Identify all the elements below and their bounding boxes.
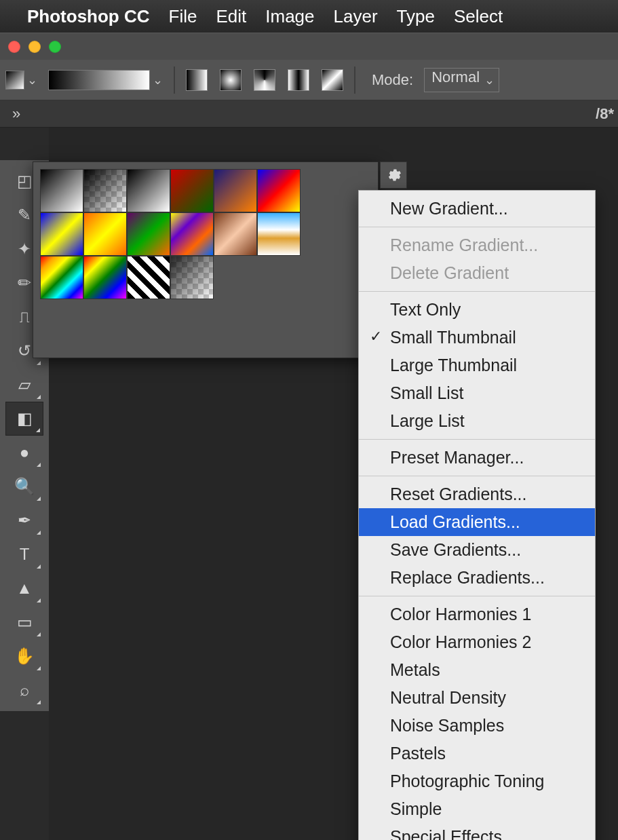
pen-tool-icon: ✒ bbox=[18, 511, 31, 530]
menu-item-color-harmonies-2[interactable]: Color Harmonies 2 bbox=[359, 628, 595, 656]
menu-image[interactable]: Image bbox=[265, 6, 314, 27]
blend-mode-select[interactable]: Normal ⌄ bbox=[424, 68, 499, 92]
gradient-preset-transparent-rainbow[interactable] bbox=[83, 256, 127, 299]
menu-item-simple[interactable]: Simple bbox=[359, 795, 595, 823]
flyout-corner-icon bbox=[37, 395, 41, 399]
menu-item-metals[interactable]: Metals bbox=[359, 656, 595, 684]
menu-item-label: Large List bbox=[390, 411, 465, 430]
gradient-preset-violet-orange[interactable] bbox=[214, 169, 257, 212]
menu-item-small-thumbnail[interactable]: ✓Small Thumbnail bbox=[359, 324, 595, 351]
menu-item-noise-samples[interactable]: Noise Samples bbox=[359, 712, 595, 740]
gear-icon bbox=[385, 167, 402, 183]
menu-item-label: Simple bbox=[390, 799, 442, 818]
fullscreen-window-button[interactable] bbox=[49, 41, 61, 53]
path-select-tool[interactable]: ▲ bbox=[5, 571, 43, 605]
flyout-corner-icon bbox=[37, 632, 41, 636]
hand-tool-icon: ✋ bbox=[14, 647, 35, 666]
menu-item-pastels[interactable]: Pastels bbox=[359, 740, 595, 767]
menu-item-load-gradients[interactable]: Load Gradients... bbox=[359, 508, 595, 536]
gradient-preset-foreground-to-transparent[interactable] bbox=[83, 169, 127, 212]
app-name[interactable]: Photoshop CC bbox=[27, 6, 150, 27]
gradient-preset-black-white[interactable] bbox=[127, 169, 170, 212]
eraser-tool[interactable]: ▱ bbox=[5, 368, 43, 402]
menu-separator bbox=[359, 439, 595, 440]
gradient-preset-copper[interactable] bbox=[214, 212, 257, 256]
menu-separator bbox=[359, 596, 595, 596]
close-window-button[interactable] bbox=[8, 41, 20, 53]
tool-preset-chevron-icon[interactable]: ⌄ bbox=[27, 73, 37, 88]
document-tab-title[interactable]: /8* bbox=[596, 105, 618, 123]
gradient-type-angle[interactable] bbox=[254, 69, 275, 91]
gradient-preset-blue-yellow-blue[interactable] bbox=[40, 212, 83, 256]
menu-item-neutral-density[interactable]: Neutral Density bbox=[359, 684, 595, 712]
menu-item-label: New Gradient... bbox=[390, 199, 508, 218]
rectangle-tool[interactable]: ▭ bbox=[5, 605, 43, 639]
crop-tool-icon: ◰ bbox=[17, 172, 33, 191]
gradient-preset-neutral-density[interactable] bbox=[170, 256, 214, 299]
menu-layer[interactable]: Layer bbox=[334, 6, 378, 27]
gradient-type-radial[interactable] bbox=[220, 69, 242, 91]
menu-item-special-effects[interactable]: Special Effects bbox=[359, 823, 595, 840]
gradient-preset-foreground-to-background[interactable] bbox=[40, 169, 83, 212]
menu-item-label: Delete Gradient bbox=[390, 263, 509, 282]
menu-item-text-only[interactable]: Text Only bbox=[359, 296, 595, 324]
gradient-tool-icon: ◧ bbox=[17, 409, 33, 428]
zoom-tool-icon: ⌕ bbox=[20, 681, 29, 700]
gradient-preset-chrome[interactable] bbox=[257, 212, 301, 256]
menu-item-label: Metals bbox=[390, 660, 440, 679]
gradient-preset-red-green[interactable] bbox=[170, 169, 214, 212]
gradient-preset-blue-red-yellow[interactable] bbox=[257, 169, 301, 212]
menu-item-label: Neutral Density bbox=[390, 688, 506, 707]
menu-item-new-gradient[interactable]: New Gradient... bbox=[359, 195, 595, 223]
gradient-preset-violet-green-orange[interactable] bbox=[127, 212, 170, 256]
type-tool-icon: T bbox=[20, 545, 30, 564]
check-icon: ✓ bbox=[370, 328, 382, 345]
rectangle-tool-icon: ▭ bbox=[17, 613, 33, 632]
menu-edit[interactable]: Edit bbox=[216, 6, 246, 27]
gradient-type-linear[interactable] bbox=[186, 69, 208, 91]
gradient-preset-transparent-stripes[interactable] bbox=[127, 256, 170, 299]
gradient-tool[interactable]: ◧ bbox=[5, 402, 43, 436]
pen-tool[interactable]: ✒ bbox=[5, 503, 43, 537]
app-window: ⌄ ⌄ Mode: Normal ⌄ » /8* ◰✎✦✏⎍↺▱◧●🔍✒T▲▭✋… bbox=[0, 33, 618, 840]
expand-panels-button[interactable]: » bbox=[12, 105, 20, 123]
type-tool[interactable]: T bbox=[5, 537, 43, 571]
flyout-corner-icon bbox=[37, 598, 41, 603]
eraser-tool-icon: ▱ bbox=[18, 375, 31, 394]
menu-item-photographic-toning[interactable]: Photographic Toning bbox=[359, 767, 595, 795]
gradient-preset-orange-yellow-orange[interactable] bbox=[83, 212, 127, 256]
dodge-tool[interactable]: 🔍 bbox=[5, 470, 43, 503]
gradient-type-diamond[interactable] bbox=[322, 69, 343, 91]
menu-item-label: Special Effects bbox=[390, 827, 502, 840]
gradient-preset-spectrum[interactable] bbox=[40, 256, 83, 299]
menu-item-preset-manager[interactable]: Preset Manager... bbox=[359, 444, 595, 472]
gradient-type-reflected[interactable] bbox=[288, 69, 309, 91]
blur-tool[interactable]: ● bbox=[5, 436, 43, 470]
zoom-tool[interactable]: ⌕ bbox=[5, 673, 43, 707]
menu-item-color-harmonies-1[interactable]: Color Harmonies 1 bbox=[359, 600, 595, 628]
tool-options-bar: ⌄ ⌄ Mode: Normal ⌄ bbox=[0, 60, 618, 100]
menu-file[interactable]: File bbox=[169, 6, 197, 27]
gradient-preset-yellow-violet-orange-blue[interactable] bbox=[170, 212, 214, 256]
menu-item-large-thumbnail[interactable]: Large Thumbnail bbox=[359, 351, 595, 379]
clone-stamp-tool-icon: ⎍ bbox=[20, 307, 29, 326]
menu-separator bbox=[359, 476, 595, 476]
menu-select[interactable]: Select bbox=[454, 6, 503, 27]
menu-item-small-list[interactable]: Small List bbox=[359, 379, 595, 407]
menu-separator bbox=[359, 227, 595, 227]
gradient-preview[interactable] bbox=[48, 70, 150, 90]
hand-tool[interactable]: ✋ bbox=[5, 639, 43, 673]
brush-tool-icon: ✏ bbox=[18, 273, 31, 292]
minimize-window-button[interactable] bbox=[28, 41, 41, 53]
menu-item-save-gradients[interactable]: Save Gradients... bbox=[359, 536, 595, 564]
menu-item-reset-gradients[interactable]: Reset Gradients... bbox=[359, 480, 595, 508]
picker-flyout-gear-button[interactable] bbox=[380, 161, 407, 189]
tool-preset-swatch[interactable] bbox=[5, 71, 24, 90]
menu-item-label: Save Gradients... bbox=[390, 540, 521, 559]
menu-item-replace-gradients[interactable]: Replace Gradients... bbox=[359, 564, 595, 592]
gradient-picker-chevron-icon[interactable]: ⌄ bbox=[153, 73, 163, 88]
menu-item-large-list[interactable]: Large List bbox=[359, 407, 595, 435]
path-select-tool-icon: ▲ bbox=[16, 579, 33, 598]
menu-item-label: Color Harmonies 1 bbox=[390, 605, 531, 624]
menu-type[interactable]: Type bbox=[397, 6, 435, 27]
